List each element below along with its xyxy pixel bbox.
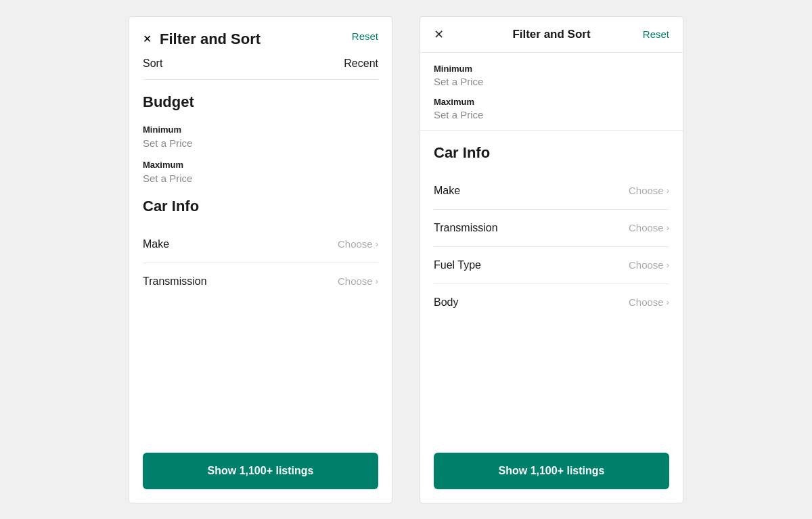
right-show-listings-button[interactable]: Show 1,100+ listings xyxy=(434,453,669,489)
panels-container: ✕ Filter and Sort Reset Sort Recent Budg… xyxy=(115,3,697,517)
show-listings-button[interactable]: Show 1,100+ listings xyxy=(143,453,378,489)
make-choose-label: Choose xyxy=(338,238,373,250)
right-body-chevron-icon: › xyxy=(667,297,669,307)
right-make-choose-label: Choose xyxy=(629,185,664,196)
car-info-list: Make Choose › Transmission Choose › xyxy=(143,226,378,300)
right-car-info-label-transmission: Transmission xyxy=(434,222,498,234)
right-fuel-choose-label: Choose xyxy=(629,259,664,271)
right-car-info-row-make: Make Choose › xyxy=(434,173,669,210)
left-panel: ✕ Filter and Sort Reset Sort Recent Budg… xyxy=(129,16,392,503)
right-budget-minimum-label: Minimum xyxy=(434,64,669,74)
car-info-label-transmission: Transmission xyxy=(143,275,207,288)
panel-title: Filter and Sort xyxy=(160,30,261,48)
right-panel-content: Car Info Make Choose › Transmission Choo… xyxy=(420,131,683,321)
right-fuel-choose-button[interactable]: Choose › xyxy=(629,259,669,271)
right-car-info-label-body: Body xyxy=(434,296,458,309)
transmission-choose-button[interactable]: Choose › xyxy=(338,275,378,287)
budget-heading: Budget xyxy=(143,80,378,122)
right-transmission-choose-label: Choose xyxy=(629,222,664,233)
right-car-info-label-fuel: Fuel Type xyxy=(434,259,481,271)
reset-button[interactable]: Reset xyxy=(352,30,378,42)
budget-minimum: Minimum Set a Price xyxy=(143,122,378,157)
right-close-icon[interactable]: ✕ xyxy=(434,27,444,42)
right-car-info-heading: Car Info xyxy=(434,131,669,173)
right-body-choose-label: Choose xyxy=(629,296,664,308)
right-transmission-chevron-icon: › xyxy=(667,223,669,233)
right-transmission-choose-button[interactable]: Choose › xyxy=(629,222,669,233)
car-info-label-make: Make xyxy=(143,238,169,250)
right-panel: ✕ Filter and Sort Reset Minimum Set a Pr… xyxy=(420,16,683,503)
make-choose-button[interactable]: Choose › xyxy=(338,238,378,250)
right-panel-header: ✕ Filter and Sort Reset xyxy=(420,17,683,53)
right-car-info-row-fuel: Fuel Type Choose › xyxy=(434,247,669,284)
sort-label: Sort xyxy=(143,58,162,70)
transmission-chevron-icon: › xyxy=(376,276,378,286)
right-budget-minimum: Minimum Set a Price xyxy=(434,64,669,97)
budget-maximum: Maximum Set a Price xyxy=(143,157,378,184)
right-car-info-row-body: Body Choose › xyxy=(434,284,669,321)
left-panel-content: ✕ Filter and Sort Reset Sort Recent Budg… xyxy=(129,17,392,300)
right-fuel-chevron-icon: › xyxy=(667,260,669,270)
budget-maximum-label: Maximum xyxy=(143,160,378,170)
budget-minimum-value[interactable]: Set a Price xyxy=(143,137,378,149)
price-section: Minimum Set a Price Maximum Set a Price xyxy=(420,53,683,131)
transmission-choose-label: Choose xyxy=(338,275,373,287)
car-info-row-transmission: Transmission Choose › xyxy=(143,263,378,300)
right-budget-maximum-label: Maximum xyxy=(434,97,669,107)
right-reset-button[interactable]: Reset xyxy=(643,28,669,40)
right-car-info-list: Make Choose › Transmission Choose › Fuel… xyxy=(434,173,669,321)
budget-minimum-label: Minimum xyxy=(143,125,378,135)
car-info-heading: Car Info xyxy=(143,184,378,226)
sort-value: Recent xyxy=(344,58,378,70)
right-budget-maximum: Maximum Set a Price xyxy=(434,97,669,130)
car-info-row-make: Make Choose › xyxy=(143,226,378,263)
right-car-info-row-transmission: Transmission Choose › xyxy=(434,210,669,247)
sort-row: Sort Recent xyxy=(143,48,378,80)
right-body-choose-button[interactable]: Choose › xyxy=(629,296,669,308)
budget-maximum-value[interactable]: Set a Price xyxy=(143,173,378,184)
close-icon[interactable]: ✕ xyxy=(143,32,152,45)
right-make-chevron-icon: › xyxy=(667,185,669,196)
right-panel-title: Filter and Sort xyxy=(512,28,590,41)
right-budget-minimum-value[interactable]: Set a Price xyxy=(434,76,669,87)
right-car-info-label-make: Make xyxy=(434,185,460,197)
right-budget-maximum-value[interactable]: Set a Price xyxy=(434,109,669,120)
right-make-choose-button[interactable]: Choose › xyxy=(629,185,669,196)
make-chevron-icon: › xyxy=(376,239,378,249)
